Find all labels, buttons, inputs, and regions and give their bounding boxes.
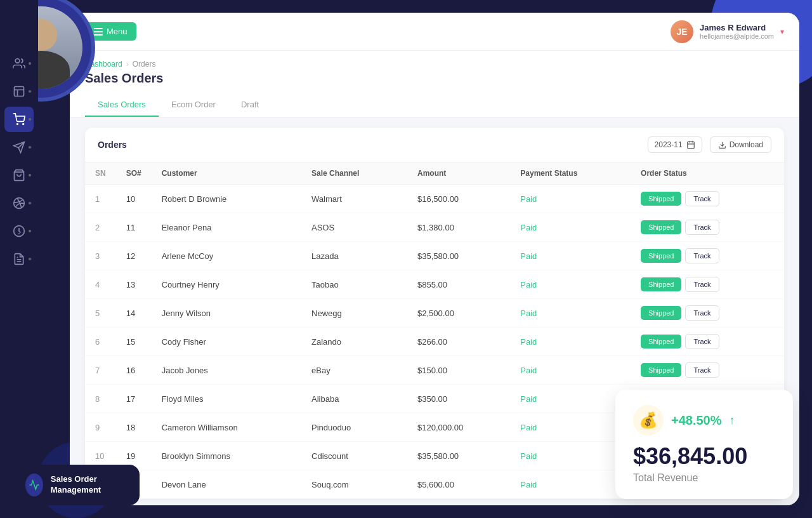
col-amount: Amount xyxy=(407,163,510,185)
cell-payment: Paid xyxy=(510,270,631,299)
table-row: 6 15 Cody Fisher Zalando $266.00 Paid Sh… xyxy=(85,328,784,356)
cell-channel: ASOS xyxy=(301,213,407,242)
shipped-button[interactable]: Shipped xyxy=(641,277,681,291)
payment-badge: Paid xyxy=(520,423,537,432)
cell-payment: Paid xyxy=(510,213,631,242)
cell-payment: Paid xyxy=(510,242,631,270)
cell-so: 17 xyxy=(116,385,152,413)
table-row: 3 12 Arlene McCoy Lazada $35,580.00 Paid… xyxy=(85,242,784,270)
col-payment: Payment Status xyxy=(510,163,631,185)
cell-sn: 5 xyxy=(85,299,116,328)
cell-so: 11 xyxy=(116,213,152,242)
revenue-arrow-icon: ↑ xyxy=(730,414,735,427)
track-button[interactable]: Track xyxy=(685,220,719,235)
shipped-button[interactable]: Shipped xyxy=(641,192,681,206)
svg-point-3 xyxy=(23,124,24,125)
table-row: 4 13 Courtney Henry Taobao $855.00 Paid … xyxy=(85,270,784,299)
cell-payment: Paid xyxy=(510,413,631,442)
cell-order-status: Shipped Track xyxy=(631,299,784,328)
sidebar-item-marketing[interactable] xyxy=(4,190,34,216)
cell-sn: 9 xyxy=(85,413,116,442)
cell-amount: $855.00 xyxy=(407,270,510,299)
payment-badge: Paid xyxy=(520,280,537,289)
payment-badge: Paid xyxy=(520,451,537,461)
shipped-button[interactable]: Shipped xyxy=(641,335,681,349)
tab-draft[interactable]: Draft xyxy=(228,93,272,117)
cell-amount: $1,380.00 xyxy=(407,213,510,242)
cell-order-status: Shipped Track xyxy=(631,270,784,299)
cell-channel: Cdiscount xyxy=(301,442,407,470)
cell-so: 18 xyxy=(116,413,152,442)
page-header: Dashboard › Orders Sales Orders Sales Or… xyxy=(70,51,799,117)
table-row: 7 16 Jacob Jones eBay $150.00 Paid Shipp… xyxy=(85,356,784,385)
cell-channel: Zalando xyxy=(301,328,407,356)
sidebar-item-users[interactable] xyxy=(4,51,34,76)
table-row: 5 14 Jenny Wilson Newegg $2,500.00 Paid … xyxy=(85,299,784,328)
breadcrumb-current: Orders xyxy=(133,60,156,69)
sidebar-item-finance[interactable] xyxy=(4,218,34,244)
shipped-button[interactable]: Shipped xyxy=(641,220,681,234)
cell-channel: Best Buy xyxy=(301,499,407,500)
track-button[interactable]: Track xyxy=(685,248,719,263)
cell-customer: Ronald Richards xyxy=(152,499,301,500)
cell-amount: $266.00 xyxy=(407,328,510,356)
sidebar-item-documents[interactable] xyxy=(4,246,34,272)
sidebar-dot xyxy=(29,146,31,149)
cell-order-status: Shipped Track xyxy=(631,242,784,270)
payment-badge: Paid xyxy=(520,337,537,347)
cell-channel: Souq.com xyxy=(301,470,407,499)
revenue-amount: $36,845.00 xyxy=(633,443,775,470)
sidebar-item-orders[interactable] xyxy=(4,107,34,132)
track-button[interactable]: Track xyxy=(685,191,719,206)
svg-point-2 xyxy=(17,124,18,125)
table-row: 2 11 Eleanor Pena ASOS $1,380.00 Paid Sh… xyxy=(85,213,784,242)
cell-amount: $150.00 xyxy=(407,356,510,385)
tab-sales-orders[interactable]: Sales Orders xyxy=(85,93,159,117)
top-header: Menu JE James R Edward hellojames@alpide… xyxy=(70,13,799,51)
order-status-cell: Shipped Track xyxy=(641,220,774,235)
page-title: Sales Orders xyxy=(85,71,784,86)
cell-payment: Paid xyxy=(510,442,631,470)
cell-order-status: Shipped Track xyxy=(631,213,784,242)
user-details: James R Edward hellojames@alpide.com xyxy=(700,23,774,40)
tabs: Sales Orders Ecom Order Draft xyxy=(85,93,784,117)
cell-channel: Newegg xyxy=(301,299,407,328)
cell-so: 14 xyxy=(116,299,152,328)
cell-so: 13 xyxy=(116,270,152,299)
user-name: James R Edward xyxy=(700,23,774,32)
shipped-button[interactable]: Shipped xyxy=(641,249,681,263)
menu-icon xyxy=(94,28,103,36)
cell-sn: 7 xyxy=(85,356,116,385)
cell-amount: $16,500.00 xyxy=(407,499,510,500)
sidebar-item-shipping[interactable] xyxy=(4,135,34,160)
cell-channel: Pinduoduo xyxy=(301,413,407,442)
cell-sn: 3 xyxy=(85,242,116,270)
svg-rect-12 xyxy=(687,142,694,149)
col-channel: Sale Channel xyxy=(301,163,407,185)
breadcrumb-separator: › xyxy=(126,60,129,69)
cell-so: 15 xyxy=(116,328,152,356)
sidebar-item-products[interactable] xyxy=(4,163,34,188)
date-filter[interactable]: 2023-11 xyxy=(648,136,702,153)
shipped-button[interactable]: Shipped xyxy=(641,363,681,377)
tab-ecom-order[interactable]: Ecom Order xyxy=(159,93,228,117)
order-status-cell: Shipped Track xyxy=(641,362,774,378)
download-label: Download xyxy=(730,140,763,149)
track-button[interactable]: Track xyxy=(685,362,719,378)
coin-icon: 💰 xyxy=(633,405,664,435)
track-button[interactable]: Track xyxy=(685,305,719,321)
breadcrumb: Dashboard › Orders xyxy=(85,60,784,69)
col-customer: Customer xyxy=(152,163,301,185)
cell-sn: 1 xyxy=(85,185,116,213)
cell-order-status: Shipped Track xyxy=(631,356,784,385)
download-button[interactable]: Download xyxy=(710,136,771,153)
sidebar-item-analytics[interactable] xyxy=(4,79,34,104)
cell-payment: Paid xyxy=(510,499,631,500)
track-button[interactable]: Track xyxy=(685,334,719,349)
table-row: 1 10 Robert D Brownie Walmart $16,500.00… xyxy=(85,185,784,213)
track-button[interactable]: Track xyxy=(685,277,719,292)
payment-badge: Paid xyxy=(520,251,537,261)
chevron-down-icon[interactable]: ▾ xyxy=(780,27,784,36)
shipped-button[interactable]: Shipped xyxy=(641,306,681,320)
cell-channel: eBay xyxy=(301,356,407,385)
